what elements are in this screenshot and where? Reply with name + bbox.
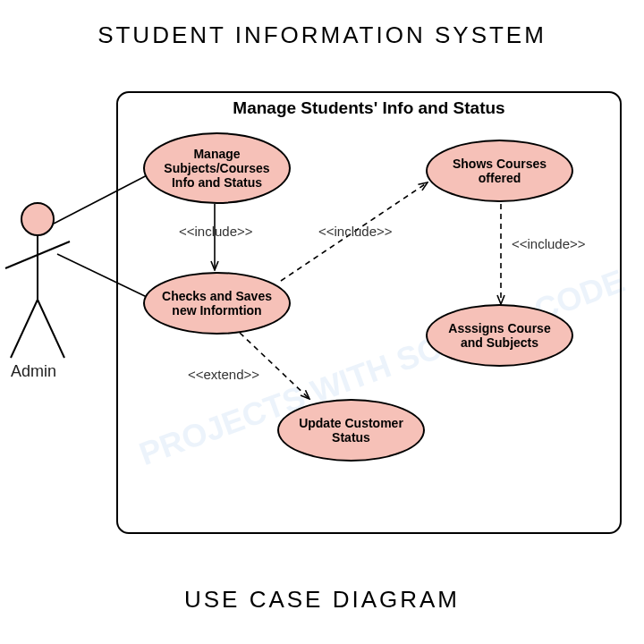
rel-label-include-1: <<include>>: [179, 224, 253, 239]
svg-line-3: [11, 300, 38, 358]
svg-point-0: [21, 203, 54, 235]
usecase-manage-subjects: Manage Subjects/Courses Info and Status: [143, 132, 291, 204]
diagram-footer: USE CASE DIAGRAM: [0, 586, 644, 614]
actor-icon: [5, 203, 70, 358]
usecase-shows-courses: Shows Courses offered: [426, 140, 573, 202]
usecase-assigns-course: Asssigns Course and Subjects: [426, 304, 573, 367]
assoc-admin-uc1: [54, 172, 154, 224]
rel-uc2-uc3: [240, 333, 309, 399]
rel-label-include-2: <<include>>: [318, 224, 393, 239]
diagram-title: STUDENT INFORMATION SYSTEM: [0, 0, 644, 49]
usecase-check-save: Checks and Saves new Informtion: [143, 272, 291, 335]
assoc-admin-uc2: [57, 254, 147, 297]
usecase-update-status: Update Customer Status: [277, 399, 425, 462]
svg-line-4: [38, 300, 64, 358]
actor-label: Admin: [11, 362, 56, 381]
rel-label-include-3: <<include>>: [512, 236, 586, 251]
diagram-canvas: PROJECTS WITH SOURCE CODE Manage Student…: [0, 89, 644, 564]
rel-label-extend: <<extend>>: [188, 367, 259, 382]
